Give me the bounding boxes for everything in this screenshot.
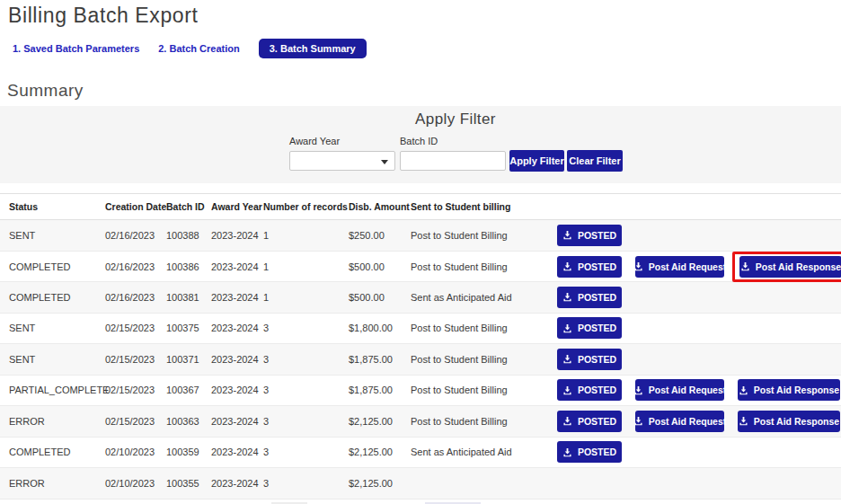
- tab-batch-summary-active[interactable]: 3. Batch Summary: [259, 39, 367, 58]
- cell-batch-id: 100375: [166, 323, 211, 333]
- download-icon: [562, 447, 572, 457]
- download-icon: [739, 416, 748, 426]
- cell-status: SENT: [9, 230, 105, 241]
- posted-button[interactable]: POSTED: [557, 379, 622, 401]
- apply-filter-heading: Apply Filter: [289, 111, 622, 128]
- row-actions: POSTED: [550, 314, 841, 344]
- cell-creation-date: 02/16/2023: [105, 292, 166, 303]
- cell-sent-to-billing: Post to Student Billing: [411, 416, 550, 427]
- posted-button[interactable]: POSTED: [557, 441, 622, 463]
- table-row: SENT02/15/20231003752023-20243$1,800.00P…: [0, 314, 841, 345]
- row-actions: POSTEDPost Aid RequestPost Aid Response: [550, 406, 841, 437]
- filter-group: Apply Filter Award Year Batch ID Apply F…: [289, 111, 622, 128]
- clear-filter-button[interactable]: Clear Filter: [567, 150, 623, 172]
- posted-button[interactable]: POSTED: [557, 256, 622, 278]
- cell-sent-to-billing: Post to Student Billing: [411, 261, 550, 272]
- tab-saved-batch-parameters[interactable]: 1. Saved Batch Parameters: [13, 43, 139, 54]
- cell-batch-id: 100381: [166, 292, 211, 303]
- cell-disb-amount: $1,875.00: [349, 354, 411, 365]
- post-aid-request-button[interactable]: Post Aid Request: [635, 379, 724, 401]
- cell-award-year: 2023-2024: [211, 416, 263, 427]
- cell-creation-date: 02/10/2023: [105, 478, 166, 489]
- cell-creation-date: 02/16/2023: [105, 230, 166, 241]
- cell-batch-id: 100359: [166, 447, 211, 457]
- post-aid-request-button[interactable]: Post Aid Request: [635, 411, 724, 432]
- cell-status: SENT: [9, 354, 105, 365]
- cell-creation-date: 02/16/2023: [105, 261, 166, 272]
- column-header-disb-amount: Disb. Amount: [349, 201, 411, 212]
- table-row: COMPLETED02/16/20231003862023-20241$500.…: [0, 252, 841, 283]
- row-actions: POSTED: [550, 438, 841, 468]
- cell-award-year: 2023-2024: [211, 261, 263, 272]
- button-label: POSTED: [578, 385, 616, 395]
- cell-num-records: 3: [263, 354, 349, 365]
- button-label: Post Aid Request: [649, 385, 727, 395]
- row-actions: POSTED: [550, 282, 841, 313]
- posted-button[interactable]: POSTED: [557, 317, 622, 339]
- cell-batch-id: 100355: [166, 478, 211, 489]
- award-year-select[interactable]: [289, 151, 395, 171]
- download-icon: [562, 354, 572, 364]
- cell-award-year: 2023-2024: [211, 323, 263, 333]
- cell-sent-to-billing: Post to Student Billing: [411, 323, 550, 333]
- highlight-annotation-box: Post Aid Response: [732, 252, 841, 282]
- post-aid-response-button[interactable]: Post Aid Response: [738, 379, 840, 401]
- row-actions: POSTEDPost Aid RequestPost Aid Response: [550, 376, 841, 406]
- table-row: ERROR02/15/20231003632023-20243$2,125.00…: [0, 406, 841, 438]
- button-label: POSTED: [578, 292, 616, 303]
- batch-id-input[interactable]: [400, 151, 506, 171]
- posted-button[interactable]: POSTED: [557, 287, 622, 308]
- download-icon: [562, 230, 572, 240]
- button-label: Post Aid Response: [754, 385, 839, 395]
- table-row: SENT02/16/20231003882023-20241$250.00Pos…: [0, 220, 841, 252]
- billing-batch-export-page: Billing Batch Export 1. Saved Batch Para…: [0, 0, 841, 504]
- column-header-award-year: Award Year: [211, 201, 263, 212]
- cell-disb-amount: $2,125.00: [349, 447, 411, 457]
- posted-button[interactable]: POSTED: [557, 349, 622, 370]
- download-icon: [562, 416, 572, 426]
- post-aid-response-button[interactable]: Post Aid Response: [739, 256, 841, 278]
- download-icon: [562, 292, 572, 302]
- cell-status: ERROR: [9, 478, 105, 489]
- button-label: POSTED: [578, 354, 616, 365]
- cell-num-records: 3: [263, 323, 349, 333]
- cell-award-year: 2023-2024: [211, 478, 263, 489]
- cell-disb-amount: $500.00: [349, 261, 411, 272]
- button-label: Post Aid Response: [756, 261, 841, 272]
- cell-creation-date: 02/15/2023: [105, 416, 166, 427]
- post-aid-request-button[interactable]: Post Aid Request: [635, 256, 724, 278]
- batch-summary-table: Status Creation Date Batch ID Award Year…: [0, 193, 841, 504]
- cell-award-year: 2023-2024: [211, 230, 263, 241]
- cell-batch-id: 100388: [166, 230, 211, 241]
- tab-batch-creation[interactable]: 2. Batch Creation: [158, 43, 239, 54]
- table-row: COMPLETED02/10/20231003592023-20243$2,12…: [0, 438, 841, 469]
- row-actions: POSTEDPost Aid RequestPost Aid Response: [550, 252, 841, 282]
- cell-num-records: 1: [263, 261, 349, 272]
- table-row: ERROR02/10/20231003552023-20243$2,125.00: [0, 468, 841, 500]
- post-aid-response-button[interactable]: Post Aid Response: [738, 411, 840, 432]
- apply-filter-button[interactable]: Apply Filter: [509, 150, 564, 172]
- posted-button[interactable]: POSTED: [557, 225, 622, 246]
- cell-creation-date: 02/10/2023: [105, 447, 166, 457]
- cell-award-year: 2023-2024: [211, 447, 263, 457]
- cell-status: PARTIAL_COMPLETE: [9, 385, 105, 395]
- column-header-batch-id: Batch ID: [166, 201, 211, 212]
- table-row: COMPLETED02/16/20231003812023-20241$500.…: [0, 282, 841, 314]
- button-label: Post Aid Request: [649, 416, 727, 427]
- button-label: Post Aid Response: [754, 416, 839, 427]
- cell-batch-id: 100363: [166, 416, 211, 427]
- cell-award-year: 2023-2024: [211, 385, 263, 395]
- cell-status: COMPLETED: [9, 292, 105, 303]
- table-body: SENT02/16/20231003882023-20241$250.00Pos…: [0, 220, 841, 500]
- column-header-status: Status: [9, 201, 105, 212]
- button-label: POSTED: [578, 323, 616, 333]
- cell-status: SENT: [9, 323, 105, 333]
- cell-sent-to-billing: Sent as Anticipated Aid: [411, 447, 550, 457]
- button-label: POSTED: [578, 261, 616, 272]
- posted-button[interactable]: POSTED: [557, 411, 622, 432]
- download-icon: [739, 385, 748, 395]
- cell-batch-id: 100367: [166, 385, 211, 395]
- download-icon: [633, 261, 643, 271]
- cell-disb-amount: $1,800.00: [349, 323, 411, 333]
- column-header-creation-date: Creation Date: [105, 201, 166, 212]
